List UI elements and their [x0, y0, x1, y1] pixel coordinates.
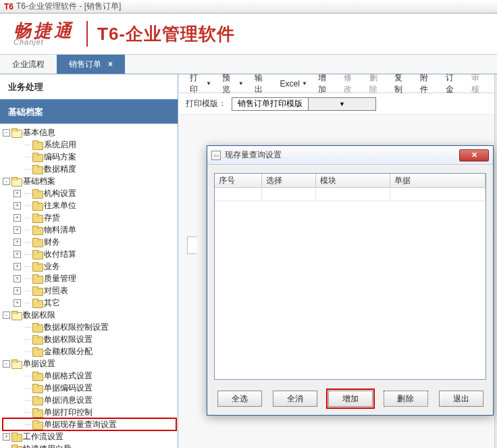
- sidebar-header-biz[interactable]: 业务处理: [0, 74, 178, 99]
- tree-connector: ⋯: [22, 409, 32, 416]
- collapse-icon[interactable]: -: [3, 178, 10, 185]
- expand-icon[interactable]: +: [3, 433, 10, 441]
- tree-item-对照表[interactable]: +⋯对照表: [3, 284, 176, 297]
- tree-item-系统启用[interactable]: ⋯系统启用: [3, 139, 176, 151]
- folder-icon: [32, 287, 42, 295]
- tree-scroll[interactable]: -基本信息⋯系统启用⋯编码方案⋯数据精度-基础档案+⋯机构设置+⋯往来单位+⋯存…: [0, 124, 178, 448]
- dialog-close-button[interactable]: ✕: [459, 149, 489, 161]
- tree-item-质量管理[interactable]: +⋯质量管理: [3, 272, 176, 284]
- expand-icon[interactable]: +: [14, 239, 21, 246]
- expand-icon[interactable]: +: [14, 275, 21, 282]
- expand-icon[interactable]: +: [14, 202, 21, 209]
- toolbar-输出[interactable]: 输出: [249, 74, 275, 93]
- expand-icon[interactable]: +: [14, 287, 21, 295]
- btn-add[interactable]: 增加: [328, 391, 373, 407]
- tree-item-收付结算[interactable]: +⋯收付结算: [3, 248, 176, 260]
- toolbar-修改: 修改: [338, 74, 364, 93]
- tree-item-往来单位[interactable]: +⋯往来单位: [3, 199, 176, 211]
- tree-item-物料清单[interactable]: +⋯物料清单: [3, 224, 176, 236]
- expand-icon[interactable]: +: [14, 214, 21, 222]
- expand-icon[interactable]: +: [14, 226, 21, 234]
- folder-icon: [11, 128, 21, 136]
- tree-item-单据消息设置[interactable]: ⋯单据消息设置: [3, 394, 176, 406]
- collapse-icon[interactable]: -: [3, 360, 10, 368]
- tree-item-数据权限设置[interactable]: ⋯数据权限设置: [3, 333, 176, 345]
- expander-blank: [14, 348, 21, 355]
- grid-header: 序号 选择 模块 单据: [215, 174, 486, 188]
- expand-icon[interactable]: +: [14, 251, 21, 258]
- btn-select-none[interactable]: 全消: [273, 391, 317, 407]
- tree-item-单据现存量查询设置[interactable]: ⋯单据现存量查询设置: [3, 418, 176, 430]
- toolbar-订金[interactable]: 订金: [440, 74, 466, 93]
- tree-item-基础档案[interactable]: -基础档案: [3, 175, 176, 187]
- folder-icon: [11, 311, 21, 319]
- tree-connector: ⋯: [22, 263, 32, 270]
- tree-connector: ⋯: [22, 299, 32, 307]
- tree-item-数据权限控制设置[interactable]: ⋯数据权限控制设置: [3, 321, 176, 333]
- tree-label: 物料清单: [44, 224, 76, 236]
- expand-icon[interactable]: +: [14, 299, 21, 307]
- tree-label: 单据设置: [23, 358, 55, 370]
- expand-icon[interactable]: +: [14, 190, 21, 197]
- sidebar-header-archive[interactable]: 基础档案: [0, 99, 178, 124]
- tree-item-基本信息[interactable]: -基本信息: [3, 126, 176, 139]
- folder-icon: [32, 262, 42, 270]
- tree-label: 数据精度: [44, 164, 76, 175]
- print-template-select[interactable]: 销售订单打印模版 ▼: [232, 97, 376, 111]
- tab-biz-process[interactable]: 企业流程: [0, 55, 57, 74]
- tree-item-单据编码设置[interactable]: ⋯单据编码设置: [3, 382, 176, 394]
- tree-item-编码方案[interactable]: ⋯编码方案: [3, 151, 176, 163]
- tree-label: 业务: [44, 261, 60, 272]
- expander-blank: [14, 166, 21, 173]
- tree-item-其它[interactable]: +⋯其它: [3, 297, 176, 309]
- btn-delete[interactable]: 删除: [384, 391, 428, 407]
- app-prefix: T6: [4, 2, 14, 11]
- tree-item-金额权限分配[interactable]: ⋯金额权限分配: [3, 345, 176, 357]
- tab-close-icon[interactable]: ×: [108, 59, 113, 69]
- folder-icon: [32, 165, 42, 173]
- tree-item-工作流设置[interactable]: +工作流设置: [3, 430, 176, 443]
- toolbar-Excel[interactable]: Excel▼: [275, 74, 313, 93]
- expander-blank: [14, 141, 21, 149]
- chevron-down-icon[interactable]: ▼: [308, 98, 375, 110]
- tree-label: 数据权限控制设置: [44, 322, 109, 333]
- dialog-titlebar[interactable]: ▭ 现存量查询设置 ✕: [207, 146, 493, 165]
- collapse-icon[interactable]: -: [3, 129, 10, 136]
- expander-blank: [14, 336, 21, 343]
- dialog-title: 现存量查询设置: [225, 149, 459, 161]
- expand-icon[interactable]: +: [14, 263, 21, 270]
- col-select[interactable]: 选择: [262, 174, 316, 187]
- col-seq[interactable]: 序号: [215, 174, 262, 187]
- tree-label: 数据权限: [23, 309, 55, 321]
- btn-select-all[interactable]: 全选: [217, 391, 262, 407]
- tree-item-数据权限[interactable]: -数据权限: [3, 309, 176, 321]
- tree-item-财务[interactable]: +⋯财务: [3, 236, 176, 248]
- tree-label: 往来单位: [44, 200, 76, 211]
- folder-icon: [32, 238, 42, 246]
- toolbar-复制[interactable]: 复制: [389, 74, 415, 93]
- btn-exit[interactable]: 退出: [439, 391, 483, 407]
- tab-sales-order[interactable]: 销售订单 ×: [57, 55, 125, 74]
- col-bill[interactable]: 单据: [390, 174, 486, 187]
- tree-item-存货[interactable]: +⋯存货: [3, 211, 176, 224]
- tree-item-单据打印控制[interactable]: ⋯单据打印控制: [3, 406, 176, 418]
- toolbar-增加[interactable]: 增加: [313, 74, 338, 93]
- toolbar-打印[interactable]: 打印▼: [184, 74, 217, 93]
- tree-label: 快速使用向导: [23, 443, 72, 449]
- toolbar-附件[interactable]: 附件: [415, 74, 440, 93]
- tree-item-单据设置[interactable]: -单据设置: [3, 357, 176, 370]
- tree-item-机构设置[interactable]: +⋯机构设置: [3, 187, 176, 199]
- tree-item-快速使用向导[interactable]: 快速使用向导: [3, 443, 176, 448]
- collapse-icon[interactable]: -: [3, 312, 10, 319]
- tree-item-单据格式设置[interactable]: ⋯单据格式设置: [3, 370, 176, 382]
- window-title: T6-企业管理软件 - [销售订单]: [16, 1, 121, 12]
- tree-connector: ⋯: [22, 202, 32, 209]
- col-module[interactable]: 模块: [316, 174, 390, 187]
- toolbar-预览[interactable]: 预览▼: [217, 74, 249, 93]
- tree-item-业务[interactable]: +⋯业务: [3, 260, 176, 272]
- brand-block: 畅捷通 Chanjet: [14, 22, 77, 46]
- tab-strip: 企业流程 销售订单 ×: [0, 54, 497, 74]
- tree-item-数据精度[interactable]: ⋯数据精度: [3, 163, 176, 175]
- tree-connector: ⋯: [22, 348, 32, 355]
- expander-blank: [14, 324, 21, 331]
